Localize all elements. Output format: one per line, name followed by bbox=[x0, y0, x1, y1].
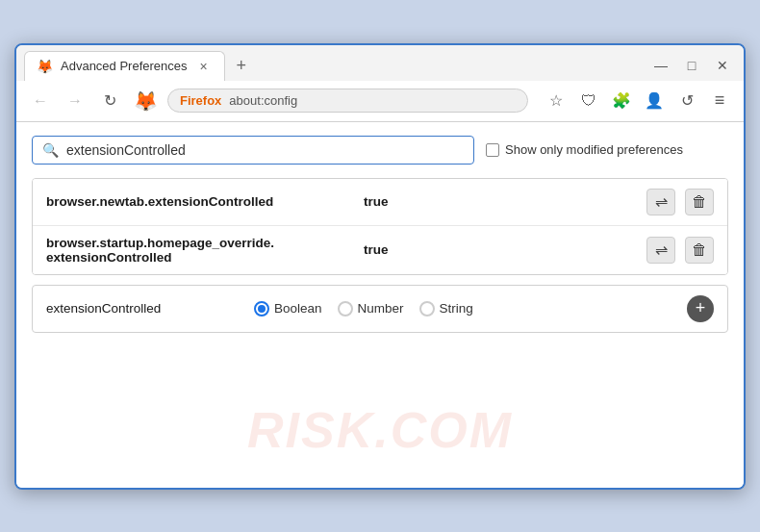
results-table: browser.newtab.extensionControlled true … bbox=[32, 178, 728, 275]
row-actions: ⇌ 🗑 bbox=[646, 237, 714, 264]
sync-button[interactable]: ↺ bbox=[672, 87, 701, 115]
delete-button[interactable]: 🗑 bbox=[685, 237, 714, 264]
browser-window: 🦊 Advanced Preferences × + — □ ✕ ← → ↻ 🦊… bbox=[14, 43, 746, 490]
search-box: 🔍 bbox=[32, 136, 474, 165]
add-preference-button[interactable]: + bbox=[687, 295, 714, 322]
maximize-button[interactable]: □ bbox=[678, 52, 705, 79]
pref-name: browser.startup.homepage_override. exten… bbox=[46, 236, 354, 265]
show-modified-option: Show only modified preferences bbox=[486, 142, 683, 157]
search-row: 🔍 Show only modified preferences bbox=[32, 136, 728, 165]
delete-button[interactable]: 🗑 bbox=[685, 189, 714, 215]
minimize-button[interactable]: — bbox=[647, 52, 674, 79]
show-modified-checkbox[interactable] bbox=[486, 143, 499, 157]
menu-button[interactable]: ≡ bbox=[705, 87, 734, 115]
forward-button[interactable]: → bbox=[61, 87, 89, 115]
address-bar[interactable]: Firefox about:config bbox=[167, 89, 528, 113]
search-input[interactable] bbox=[66, 142, 464, 158]
back-button[interactable]: ← bbox=[26, 87, 55, 115]
profile-button[interactable]: 👤 bbox=[640, 87, 669, 115]
number-option[interactable]: Number bbox=[338, 301, 404, 317]
type-radio-group: Boolean Number String bbox=[254, 301, 671, 317]
show-modified-label: Show only modified preferences bbox=[505, 142, 683, 157]
boolean-option[interactable]: Boolean bbox=[254, 301, 322, 317]
address-url: about:config bbox=[229, 93, 297, 108]
window-controls: — □ ✕ bbox=[647, 52, 736, 79]
tab-close-button[interactable]: × bbox=[195, 58, 213, 75]
tab-favicon: 🦊 bbox=[37, 59, 53, 74]
browser-name-label: Firefox bbox=[180, 93, 221, 108]
browser-tab[interactable]: 🦊 Advanced Preferences × bbox=[24, 51, 225, 81]
nav-icon-group: ☆ 🛡 🧩 👤 ↺ ≡ bbox=[542, 87, 734, 115]
title-bar: 🦊 Advanced Preferences × + — □ ✕ bbox=[16, 45, 744, 81]
pref-value: true bbox=[364, 242, 637, 257]
row-actions: ⇌ 🗑 bbox=[646, 189, 714, 215]
watermark: RISK.COM bbox=[247, 401, 513, 459]
table-row: browser.startup.homepage_override. exten… bbox=[33, 226, 727, 274]
tab-title: Advanced Preferences bbox=[61, 59, 188, 73]
number-label: Number bbox=[358, 301, 404, 316]
string-label: String bbox=[440, 301, 473, 316]
firefox-logo-icon: 🦊 bbox=[134, 89, 158, 113]
content-area: RISK.COM 🔍 Show only modified preference… bbox=[16, 122, 744, 488]
boolean-radio[interactable] bbox=[254, 301, 269, 317]
new-tab-button[interactable]: + bbox=[229, 52, 255, 80]
pref-value: true bbox=[364, 194, 637, 209]
extension-button[interactable]: 🧩 bbox=[607, 87, 636, 115]
string-option[interactable]: String bbox=[419, 301, 473, 317]
number-radio[interactable] bbox=[338, 301, 353, 317]
boolean-label: Boolean bbox=[274, 301, 322, 316]
string-radio[interactable] bbox=[419, 301, 435, 317]
reload-button[interactable]: ↻ bbox=[95, 87, 124, 115]
reset-button[interactable]: ⇌ bbox=[646, 189, 675, 215]
bookmark-star-button[interactable]: ☆ bbox=[542, 87, 570, 115]
add-preference-row: extensionControlled Boolean Number Strin… bbox=[32, 285, 728, 333]
close-button[interactable]: ✕ bbox=[709, 52, 736, 79]
table-row: browser.newtab.extensionControlled true … bbox=[33, 179, 727, 226]
nav-bar: ← → ↻ 🦊 Firefox about:config ☆ 🛡 🧩 👤 ↺ ≡ bbox=[16, 81, 744, 122]
shield-button[interactable]: 🛡 bbox=[574, 87, 603, 115]
search-icon: 🔍 bbox=[42, 142, 59, 158]
pref-name: browser.newtab.extensionControlled bbox=[46, 194, 354, 209]
add-pref-name: extensionControlled bbox=[46, 301, 239, 316]
reset-button[interactable]: ⇌ bbox=[646, 237, 675, 264]
